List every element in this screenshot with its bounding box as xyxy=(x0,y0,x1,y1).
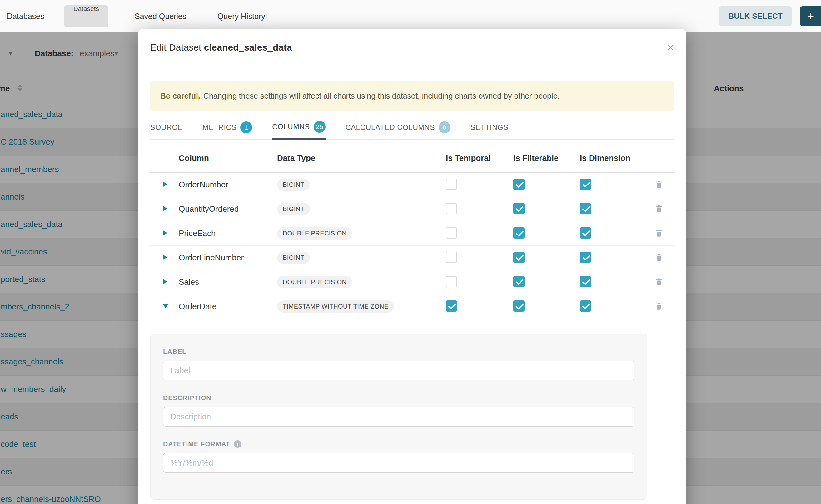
tab-columns[interactable]: COLUMNS 25 xyxy=(272,116,325,140)
is-temporal-checkbox[interactable] xyxy=(446,203,457,214)
tab-settings[interactable]: SETTINGS xyxy=(471,116,508,140)
is-filterable-header: Is Filterable xyxy=(513,153,580,163)
trash-icon xyxy=(655,204,663,213)
nav-item-query-history[interactable]: Query History xyxy=(217,0,265,32)
bulk-select-button[interactable]: BULK SELECT xyxy=(720,6,792,26)
delete-column-button[interactable] xyxy=(655,180,663,190)
column-name: OrderDate xyxy=(179,302,277,311)
is-dimension-checkbox[interactable] xyxy=(580,203,591,214)
trash-icon xyxy=(655,277,663,286)
nav-item-saved-queries[interactable]: Saved Queries xyxy=(135,0,186,32)
modal-body: Be careful. Changing these settings will… xyxy=(138,81,686,500)
collapse-caret-icon[interactable] xyxy=(163,304,168,308)
is-dimension-checkbox[interactable] xyxy=(580,252,591,263)
top-nav: Databases Datasets Saved Queries Query H… xyxy=(0,0,821,32)
tab-label: SETTINGS xyxy=(471,123,508,132)
info-icon[interactable]: i xyxy=(234,440,241,448)
column-name: PriceEach xyxy=(179,229,277,238)
is-dimension-checkbox[interactable] xyxy=(580,227,591,239)
is-temporal-checkbox[interactable] xyxy=(446,227,457,239)
column-row: Sales DOUBLE PRECISION xyxy=(150,270,674,294)
is-filterable-checkbox[interactable] xyxy=(513,300,525,312)
is-temporal-checkbox[interactable] xyxy=(446,179,457,190)
datetime-format-input[interactable] xyxy=(163,453,635,473)
tab-label: CALCULATED COLUMNS xyxy=(345,123,435,132)
column-name: OrderLineNumber xyxy=(179,253,277,263)
description-field-group: DESCRIPTION xyxy=(163,394,635,427)
datetime-format-field-label: DATETIME FORMAT xyxy=(163,440,230,448)
expand-caret-icon[interactable] xyxy=(163,279,167,284)
modal-title-dataset-name: cleaned_sales_data xyxy=(204,42,292,52)
tab-source[interactable]: SOURCE xyxy=(150,116,182,140)
nav-item-datasets[interactable]: Datasets xyxy=(64,5,108,27)
modal-title: Edit Dataset cleaned_sales_data xyxy=(150,42,292,53)
tab-metrics[interactable]: METRICS 1 xyxy=(202,116,252,140)
nav-item-databases[interactable]: Databases xyxy=(7,0,44,32)
delete-column-button[interactable] xyxy=(655,228,663,239)
trash-icon xyxy=(655,301,663,311)
expand-caret-icon[interactable] xyxy=(163,206,167,211)
is-dimension-header: Is Dimension xyxy=(580,153,655,163)
data-type-pill: BIGINT xyxy=(277,179,310,191)
columns-count-badge: 25 xyxy=(314,121,325,133)
column-detail-panel: LABEL DESCRIPTION DATETIME FORMAT i xyxy=(150,334,647,500)
is-temporal-header: Is Temporal xyxy=(446,153,513,163)
datetime-format-field-group: DATETIME FORMAT i xyxy=(163,440,635,473)
is-filterable-checkbox[interactable] xyxy=(513,252,525,263)
column-name: Sales xyxy=(179,277,277,287)
tab-calculated-columns[interactable]: CALCULATED COLUMNS 0 xyxy=(345,116,451,140)
expand-caret-icon[interactable] xyxy=(163,181,167,187)
column-row: QuantityOrdered BIGINT xyxy=(150,197,674,221)
is-filterable-checkbox[interactable] xyxy=(513,179,525,190)
label-field-group: LABEL xyxy=(163,348,635,380)
trash-icon xyxy=(655,180,663,189)
modal-title-prefix: Edit Dataset xyxy=(150,42,201,52)
column-row: PriceEach DOUBLE PRECISION xyxy=(150,221,674,246)
tab-label: METRICS xyxy=(202,123,236,132)
tab-label: COLUMNS xyxy=(272,123,310,131)
label-input[interactable] xyxy=(163,361,635,380)
add-dataset-button[interactable]: + xyxy=(800,6,821,26)
trash-icon xyxy=(655,253,663,262)
data-type-header: Data Type xyxy=(277,153,446,163)
data-type-pill: DOUBLE PRECISION xyxy=(277,227,352,240)
delete-column-button[interactable] xyxy=(655,204,663,214)
column-header: Column xyxy=(179,153,277,163)
metrics-count-badge: 1 xyxy=(240,121,252,133)
is-dimension-checkbox[interactable] xyxy=(580,276,591,287)
is-filterable-checkbox[interactable] xyxy=(513,227,525,239)
expand-caret-icon[interactable] xyxy=(163,254,167,260)
warning-banner-bold: Be careful. xyxy=(160,91,200,101)
trash-icon xyxy=(655,228,663,238)
warning-banner-text: Changing these settings will affect all … xyxy=(203,91,560,101)
is-temporal-checkbox[interactable] xyxy=(446,276,457,287)
expand-caret-icon[interactable] xyxy=(163,230,167,236)
is-dimension-checkbox[interactable] xyxy=(580,300,591,312)
data-type-pill: TIMESTAMP WITHOUT TIME ZONE xyxy=(277,300,394,313)
data-type-pill: BIGINT xyxy=(277,252,310,264)
data-type-pill: BIGINT xyxy=(277,203,310,215)
delete-column-button[interactable] xyxy=(655,301,663,312)
column-name: QuantityOrdered xyxy=(179,204,277,214)
column-row: OrderNumber BIGINT xyxy=(150,173,674,197)
is-temporal-checkbox[interactable] xyxy=(446,252,457,263)
is-filterable-checkbox[interactable] xyxy=(513,276,525,287)
description-input[interactable] xyxy=(163,407,635,427)
modal-header: Edit Dataset cleaned_sales_data × xyxy=(138,29,686,66)
delete-column-button[interactable] xyxy=(655,277,663,287)
is-dimension-checkbox[interactable] xyxy=(580,179,591,190)
column-row: OrderLineNumber BIGINT xyxy=(150,246,674,270)
delete-column-button[interactable] xyxy=(655,253,663,263)
label-field-label: LABEL xyxy=(163,348,635,355)
close-icon[interactable]: × xyxy=(667,41,674,54)
tab-label: SOURCE xyxy=(150,123,182,132)
warning-banner: Be careful. Changing these settings will… xyxy=(150,81,674,111)
modal-tabs: SOURCE METRICS 1 COLUMNS 25 CALCULATED C… xyxy=(150,116,674,140)
columns-table-header: Column Data Type Is Temporal Is Filterab… xyxy=(150,140,674,173)
description-field-label: DESCRIPTION xyxy=(163,394,635,402)
column-row-expanded: OrderDate TIMESTAMP WITHOUT TIME ZONE xyxy=(150,294,674,319)
column-name: OrderNumber xyxy=(179,180,277,190)
is-filterable-checkbox[interactable] xyxy=(513,203,525,214)
calculated-columns-count-badge: 0 xyxy=(439,121,451,133)
is-temporal-checkbox[interactable] xyxy=(446,300,457,312)
